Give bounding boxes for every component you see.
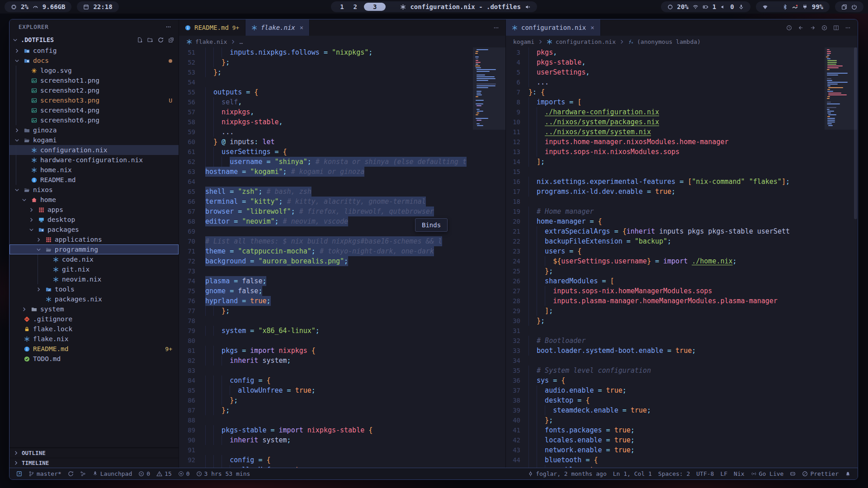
outline-panel-header[interactable]: OUTLINE	[9, 448, 179, 458]
code-line-92[interactable]: 92config = {	[179, 455, 473, 465]
split-editor-button[interactable]	[833, 25, 839, 31]
tree-item-config[interactable]: config	[9, 46, 179, 56]
code-editor-flake-nix[interactable]: 51inputs.nixpkgs.follows = "nixpkgs";52}…	[179, 47, 505, 468]
workspace-3-active[interactable]: 3	[364, 3, 386, 11]
code-line-66[interactable]: 66terminal = "kitty"; # kitty, alacritty…	[179, 197, 473, 206]
code-line-9[interactable]: 9./hardware-configuration.nix	[506, 107, 825, 117]
tab-flake-nix[interactable]: flake.nix ×	[245, 19, 310, 36]
run-button[interactable]	[821, 25, 827, 31]
tree-item-apps[interactable]: apps	[9, 205, 179, 215]
status-notifications[interactable]	[842, 471, 854, 477]
chevron-down-icon[interactable]	[28, 227, 35, 233]
tree-item-docs[interactable]: docs	[9, 56, 179, 66]
code-line-17[interactable]: 17programs.nix-ld.dev.enable = true;	[506, 187, 825, 197]
tree-item-screenshot2-png[interactable]: screenshot2.png	[9, 85, 179, 95]
code-line-8[interactable]: 8imports = [	[506, 97, 825, 107]
tree-item-screenshot1-png[interactable]: screenshot1.png	[9, 75, 179, 85]
tree-item-flake-nix[interactable]: flake.nix	[9, 334, 179, 344]
chevron-down-icon[interactable]	[35, 247, 42, 253]
system-stats-widget[interactable]: 2% 9.66GB	[5, 1, 71, 12]
code-line-13[interactable]: 13inputs.sops-nix.nixosModules.sops	[506, 147, 825, 157]
tree-item-home-nix[interactable]: home.nix	[9, 165, 179, 175]
chevron-right-icon[interactable]	[13, 127, 20, 133]
tree-item-readme-md[interactable]: README.md	[9, 175, 179, 185]
code-line-18[interactable]: 18	[506, 197, 825, 206]
code-line-89[interactable]: 89pkgs-stable = import nixpkgs-stable {	[179, 425, 473, 435]
code-line-76[interactable]: 76hyprland = true;	[179, 296, 473, 306]
code-line-78[interactable]: 78	[179, 316, 473, 326]
code-line-16[interactable]: 16nix.settings.experimental-features = […	[506, 177, 825, 187]
tree-item-tools[interactable]: tools	[9, 284, 179, 294]
code-line-12[interactable]: 12inputs.home-manager.nixosModules.home-…	[506, 137, 825, 147]
status-warnings[interactable]: 15	[153, 470, 175, 477]
code-line-10[interactable]: 10../nixos/system/packages.nix	[506, 117, 825, 127]
tree-item-readme-md[interactable]: README.md9+	[9, 344, 179, 354]
code-line-19[interactable]: 19# Home manager	[506, 206, 825, 216]
tray-widget[interactable]: 99%	[756, 1, 830, 12]
code-line-22[interactable]: 22backupFileExtension = "backup";	[506, 236, 825, 246]
code-line-5[interactable]: 5userSettings,	[506, 67, 825, 77]
status-git-sync[interactable]	[65, 471, 77, 477]
code-line-88[interactable]: 88	[179, 415, 473, 425]
code-line-81[interactable]: 81pkgs = import nixpkgs {	[179, 346, 473, 356]
code-line-60[interactable]: 60} @ inputs: let	[179, 137, 473, 147]
status-eol[interactable]: LF	[717, 470, 731, 477]
code-line-15[interactable]: 15	[506, 167, 825, 177]
chevron-right-icon[interactable]	[35, 237, 42, 243]
editor-more-actions-button[interactable]	[845, 25, 851, 31]
code-line-25[interactable]: 25};	[506, 266, 825, 276]
breadcrumb-symbol[interactable]: (anonymous lambda)	[637, 38, 701, 45]
code-line-39[interactable]: 39steamdeck.enable = true;	[506, 405, 825, 415]
code-line-58[interactable]: 58nixpkgs-stable,	[179, 117, 473, 127]
breadcrumb-file[interactable]: flake.nix	[195, 38, 227, 45]
code-line-31[interactable]: 31	[506, 326, 825, 336]
tree-item-screenshot6-png[interactable]: screenshot6.png	[9, 115, 179, 125]
chevron-down-icon[interactable]	[13, 187, 20, 193]
chevron-down-icon[interactable]	[20, 197, 28, 203]
breadcrumb-symbol[interactable]: …	[239, 38, 243, 45]
code-line-11[interactable]: 11../nixos/system/system.nix	[506, 127, 825, 137]
tree-item-logo-svg[interactable]: logo.svg	[9, 66, 179, 75]
status-coverage[interactable]: 0	[175, 470, 193, 477]
workspace-1[interactable]: 1	[337, 3, 346, 10]
code-line-56[interactable]: 56self,	[179, 97, 473, 107]
levels-widget[interactable]: 20% 1 0	[661, 1, 750, 12]
clock-widget[interactable]: 22:18	[77, 1, 118, 12]
tree-item-screenshot3-png[interactable]: screenshot3.pngU	[9, 95, 179, 105]
code-line-34[interactable]: 34	[506, 356, 825, 366]
status-copilot[interactable]	[787, 471, 799, 477]
code-line-91[interactable]: 91	[179, 445, 473, 455]
code-line-14[interactable]: 14];	[506, 157, 825, 167]
status-prettier[interactable]: Prettier	[799, 470, 842, 477]
code-line-32[interactable]: 32# Bootloader	[506, 336, 825, 346]
code-line-36[interactable]: 36sys = {	[506, 375, 825, 385]
code-line-6[interactable]: 6...	[506, 77, 825, 87]
tree-item-home[interactable]: home	[9, 195, 179, 205]
code-line-65[interactable]: 65shell = "zsh"; # bash, zsh	[179, 187, 473, 197]
new-folder-button[interactable]	[147, 37, 153, 43]
minimap[interactable]	[473, 47, 505, 468]
code-line-87[interactable]: 87};	[179, 405, 473, 415]
code-line-29[interactable]: 29];	[506, 306, 825, 316]
code-line-85[interactable]: 85allowUnfree = true;	[179, 385, 473, 395]
tree-item-flake-lock[interactable]: flake.lock	[9, 324, 179, 334]
code-line-23[interactable]: 23users = {	[506, 246, 825, 256]
workspace-root-row[interactable]: .DOTFILES	[9, 34, 179, 46]
tree-item-todo-md[interactable]: TODO.md	[9, 354, 179, 364]
code-line-27[interactable]: 27inputs.sops-nix.homeManagerModules.sop…	[506, 286, 825, 296]
code-line-35[interactable]: 35# System level configuration	[506, 366, 825, 375]
code-line-53[interactable]: 53};	[179, 67, 473, 77]
tree-item--gitignore[interactable]: .gitignore	[9, 314, 179, 324]
tree-item-screenshot4-png[interactable]: screenshot4.png	[9, 105, 179, 115]
code-line-64[interactable]: 64	[179, 177, 473, 187]
editor-more-actions-button[interactable]	[493, 25, 499, 31]
close-tab-icon[interactable]: ×	[300, 24, 303, 31]
tree-item-packages-nix[interactable]: packages.nix	[9, 294, 179, 304]
tree-item-desktop[interactable]: desktop	[9, 215, 179, 225]
code-line-44[interactable]: 44bluetooth = {	[506, 455, 825, 465]
tree-item-neovim-nix[interactable]: neovim.nix	[9, 274, 179, 284]
code-line-74[interactable]: 74plasma = false;	[179, 276, 473, 286]
code-line-33[interactable]: 33boot.loader.systemd-boot.enable = true…	[506, 346, 825, 356]
new-file-button[interactable]	[137, 37, 143, 43]
code-line-67[interactable]: 67browser = "librewolf"; # firefox, libr…	[179, 206, 473, 216]
